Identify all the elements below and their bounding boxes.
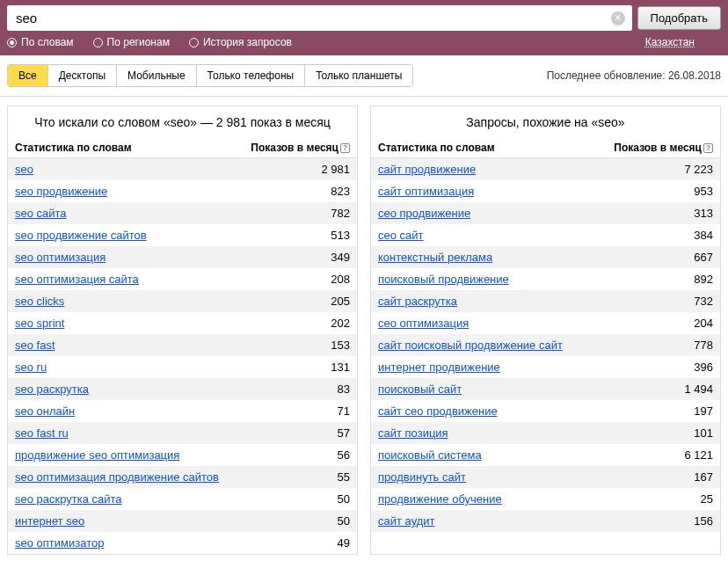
table-row: сайт раскрутка732 <box>371 290 720 312</box>
filter-by-words[interactable]: По словам <box>7 36 74 48</box>
table-row: seo раскрутка сайта50 <box>8 488 357 510</box>
count-value: 101 <box>694 426 713 440</box>
table-row: seo онлайн71 <box>8 400 357 422</box>
keyword-link[interactable]: seo продвижение <box>15 185 107 198</box>
count-value: 83 <box>338 382 350 396</box>
keyword-link[interactable]: поисковый продвижение <box>378 273 509 286</box>
count-value: 396 <box>694 361 713 374</box>
keyword-link[interactable]: интернет seo <box>15 514 84 528</box>
help-icon[interactable]: ? <box>703 143 713 153</box>
table-row: интернет продвижение396 <box>371 356 720 378</box>
count-value: 208 <box>331 273 350 286</box>
keyword-link[interactable]: seo fast <box>15 339 55 352</box>
filter-by-regions[interactable]: По регионам <box>93 36 170 48</box>
count-value: 156 <box>694 514 713 528</box>
search-bar: ✕ Подобрать По словам По регионам Истори… <box>0 0 728 55</box>
keyword-link[interactable]: сайт позиция <box>378 426 448 440</box>
table-row: сео продвижение313 <box>371 202 720 224</box>
clear-icon[interactable]: ✕ <box>611 11 625 26</box>
filter-label: По регионам <box>107 36 170 48</box>
region-link[interactable]: Казахстан <box>645 36 695 48</box>
keyword-link[interactable]: seo сайта <box>15 207 67 220</box>
keyword-link[interactable]: сео оптимизация <box>378 317 469 330</box>
table-row: seo оптимизатор49 <box>8 532 357 554</box>
tab-tablets[interactable]: Только планшеты <box>305 65 412 86</box>
keyword-link[interactable]: seo оптимизация продвижение сайтов <box>15 470 219 484</box>
keyword-link[interactable]: сео сайт <box>378 229 424 242</box>
table-header: Статистика по словам Показов в месяц? <box>371 138 720 158</box>
table-row: сео сайт384 <box>371 224 720 246</box>
count-value: 197 <box>694 404 713 418</box>
keyword-link[interactable]: seo оптимизация сайта <box>15 273 139 286</box>
keyword-link[interactable]: seo ru <box>15 361 47 374</box>
keyword-link[interactable]: сайт раскрутка <box>378 295 457 308</box>
help-icon[interactable]: ? <box>340 143 350 153</box>
count-value: 1 494 <box>684 382 713 396</box>
keyword-link[interactable]: сайт продвижение <box>378 163 476 176</box>
table-header: Статистика по словам Показов в месяц? <box>8 138 357 158</box>
keyword-link[interactable]: seo clicks <box>15 295 64 308</box>
count-value: 25 <box>701 492 713 506</box>
tab-all[interactable]: Все <box>8 65 48 86</box>
col-count-header: Показов в месяц? <box>244 142 350 154</box>
keyword-link[interactable]: seo оптимизатор <box>15 536 104 550</box>
table-row: сайт аудит156 <box>371 510 720 532</box>
count-value: 7 223 <box>684 163 713 176</box>
keyword-link[interactable]: сео продвижение <box>378 207 470 220</box>
keyword-link[interactable]: сайт оптимизация <box>378 185 474 198</box>
keyword-link[interactable]: seo оптимизация <box>15 251 106 264</box>
keyword-link[interactable]: продвижение обучение <box>378 492 502 506</box>
count-value: 50 <box>338 514 350 528</box>
left-panel: Что искали со словом «seo» — 2 981 показ… <box>7 106 358 555</box>
count-value: 202 <box>331 317 350 330</box>
keyword-link[interactable]: seo sprint <box>15 317 64 330</box>
keyword-link[interactable]: продвинуть сайт <box>378 470 466 484</box>
table-row: seo оптимизация сайта208 <box>8 268 357 290</box>
keyword-link[interactable]: seo раскрутка сайта <box>15 492 122 506</box>
tab-mobile[interactable]: Мобильные <box>117 65 197 86</box>
last-update: Последнее обновление: 26.08.2018 <box>547 69 721 82</box>
table-row: сайт продвижение7 223 <box>371 158 720 180</box>
count-value: 49 <box>338 536 350 550</box>
keyword-link[interactable]: поисковый сайт <box>378 382 462 396</box>
count-value: 953 <box>694 185 713 198</box>
count-value: 732 <box>694 295 713 308</box>
keyword-link[interactable]: seo fast ru <box>15 426 69 440</box>
count-value: 384 <box>694 229 713 242</box>
count-value: 667 <box>694 251 713 264</box>
table-row: seo оптимизация349 <box>8 246 357 268</box>
tab-phones[interactable]: Только телефоны <box>197 65 306 86</box>
keyword-link[interactable]: контекстный реклама <box>378 251 492 264</box>
keyword-link[interactable]: seo <box>15 163 33 176</box>
col-word-header: Статистика по словам <box>378 142 608 154</box>
keyword-link[interactable]: seo продвижение сайтов <box>15 229 147 242</box>
table-row: seo раскрутка83 <box>8 378 357 400</box>
count-value: 6 121 <box>684 448 713 462</box>
keyword-link[interactable]: сайт аудит <box>378 514 435 528</box>
right-panel: Запросы, похожие на «seo» Статистика по … <box>370 106 721 555</box>
count-value: 71 <box>338 404 350 418</box>
keyword-link[interactable]: seo онлайн <box>15 404 75 418</box>
tab-desktops[interactable]: Десктопы <box>48 65 117 86</box>
col-count-header: Показов в месяц? <box>608 142 713 154</box>
table-row: сайт поисковый продвижение сайт778 <box>371 334 720 356</box>
table-row: контекстный реклама667 <box>371 246 720 268</box>
device-tabs: Все Десктопы Мобильные Только телефоны Т… <box>7 64 413 87</box>
keyword-link[interactable]: сайт поисковый продвижение сайт <box>378 339 563 352</box>
keyword-link[interactable]: поисковый система <box>378 448 482 462</box>
keyword-link[interactable]: сайт сео продвижение <box>378 404 498 418</box>
left-rows: seo2 981seo продвижение823seo сайта782se… <box>8 158 357 554</box>
table-row: продвижение обучение25 <box>371 488 720 510</box>
table-row: поисковый система6 121 <box>371 444 720 466</box>
submit-button[interactable]: Подобрать <box>637 6 721 30</box>
count-value: 513 <box>331 229 350 242</box>
filter-history[interactable]: История запросов <box>189 36 292 48</box>
count-value: 349 <box>331 251 350 264</box>
keyword-link[interactable]: интернет продвижение <box>378 361 500 374</box>
keyword-link[interactable]: продвижение seo оптимизация <box>15 448 179 462</box>
radio-icon <box>189 38 199 47</box>
table-row: сайт позиция101 <box>371 422 720 444</box>
keyword-link[interactable]: seo раскрутка <box>15 382 89 396</box>
radio-icon <box>93 38 103 47</box>
search-input[interactable] <box>7 5 632 31</box>
